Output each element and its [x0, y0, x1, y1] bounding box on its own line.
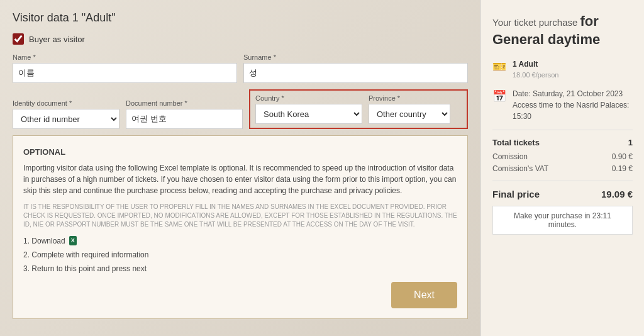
commission-vat-label: Comission's VAT	[492, 164, 548, 173]
buyer-as-visitor-checkbox[interactable]	[13, 33, 24, 45]
document-number-group: Document number *	[126, 99, 243, 129]
name-surname-row: Name * Surname *	[13, 53, 468, 83]
identity-row: Identity document * Other id number Pass…	[13, 89, 468, 129]
sidebar-divider	[492, 130, 633, 130]
ticket-adult-detail: 🎫 1 Adult 18.00 €/person	[492, 59, 633, 81]
final-price-row: Final price 19.09 €	[492, 189, 633, 199]
optional-steps: 1. Download X 2. Complete with required …	[23, 235, 457, 274]
next-button-row: Next	[23, 282, 457, 308]
excel-icon[interactable]: X	[69, 236, 77, 246]
province-group: Province * Other country Granada Madrid …	[369, 94, 450, 124]
identity-document-label: Identity document *	[13, 99, 119, 107]
step-2-text: 2. Complete with required information	[23, 249, 148, 260]
commission-vat-row: Comission's VAT 0.19 €	[492, 164, 633, 173]
province-select[interactable]: Other country Granada Madrid Barcelona	[369, 104, 450, 124]
sidebar-divider-2	[492, 181, 633, 181]
optional-box: OPTIONAL Importing visitor data using th…	[13, 135, 468, 319]
sidebar: Your ticket purchase for General daytime…	[480, 0, 644, 336]
step-3-text: 3. Return to this point and press next	[23, 263, 147, 274]
country-label: Country *	[255, 94, 362, 102]
commission-label: Comission	[492, 152, 528, 161]
optional-title: OPTIONAL	[23, 146, 457, 159]
step-1: 1. Download X	[23, 235, 457, 247]
total-tickets-value: 1	[628, 138, 633, 147]
surname-group: Surname *	[243, 53, 468, 83]
identity-document-select[interactable]: Other id number Passport DNI NIE	[13, 109, 119, 129]
name-input[interactable]	[13, 63, 237, 83]
total-tickets-row: Total tickets 1	[492, 138, 633, 147]
adult-quantity: 1 Adult	[513, 60, 538, 69]
name-group: Name *	[13, 53, 237, 83]
ticket-icon: 🎫	[492, 60, 506, 74]
buyer-as-visitor-label: Buyer as visitor	[29, 35, 85, 44]
commission-value: 0.90 €	[612, 152, 633, 161]
province-label: Province *	[369, 94, 450, 102]
purchase-timer: Make your purchase in 23:11 minutes.	[492, 206, 633, 235]
step-1-text: 1. Download	[23, 235, 65, 247]
final-price-amount: 19.09 €	[601, 189, 633, 199]
date-detail-text: Date: Saturday, 21 October 2023 Access t…	[513, 88, 633, 122]
final-price-label: Final price	[492, 189, 540, 199]
sidebar-for-text: for	[580, 13, 599, 29]
country-province-wrapper: Country * South Korea Spain France Germa…	[249, 89, 468, 129]
calendar-icon: 📅	[492, 89, 506, 103]
name-label: Name *	[13, 53, 237, 61]
identity-document-group: Identity document * Other id number Pass…	[13, 99, 119, 129]
buyer-as-visitor-row: Buyer as visitor	[13, 33, 468, 45]
total-tickets-label: Total tickets	[492, 138, 540, 147]
optional-description: Importing visitor data using the followi…	[23, 162, 457, 196]
country-select[interactable]: South Korea Spain France Germany United …	[255, 104, 362, 124]
document-number-label: Document number *	[126, 99, 243, 107]
page-title: Visitor data 1 "Adult"	[13, 11, 468, 25]
commission-vat-value: 0.19 €	[612, 164, 633, 173]
access-label: Access time to the Nasrid Palaces: 15:30	[513, 99, 633, 122]
date-label: Date: Saturday, 21 October 2023	[513, 88, 633, 99]
country-group: Country * South Korea Spain France Germa…	[255, 94, 362, 124]
step-2: 2. Complete with required information	[23, 249, 457, 260]
adult-price: 18.00 €/person	[513, 70, 558, 81]
step-3: 3. Return to this point and press next	[23, 263, 457, 274]
ticket-date-detail: 📅 Date: Saturday, 21 October 2023 Access…	[492, 88, 633, 122]
commission-row: Comission 0.90 €	[492, 152, 633, 161]
surname-label: Surname *	[243, 53, 468, 61]
document-number-input[interactable]	[126, 109, 243, 129]
sidebar-main-title: General daytime	[492, 31, 633, 49]
next-button[interactable]: Next	[391, 282, 457, 308]
sidebar-title-prefix: Your ticket purchase	[492, 17, 577, 28]
surname-input[interactable]	[243, 63, 468, 83]
optional-disclaimer: IT IS THE RESPONSIBILITY OF THE USER TO …	[23, 203, 457, 229]
sidebar-title: Your ticket purchase for General daytime	[492, 13, 633, 48]
ticket-detail-text: 1 Adult 18.00 €/person	[513, 59, 558, 81]
